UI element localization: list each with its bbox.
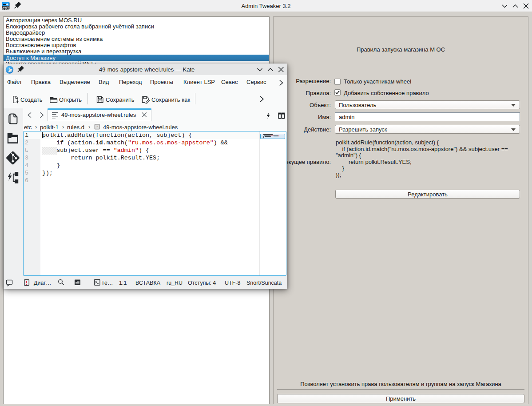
svg-text:?: ? (96, 125, 98, 129)
